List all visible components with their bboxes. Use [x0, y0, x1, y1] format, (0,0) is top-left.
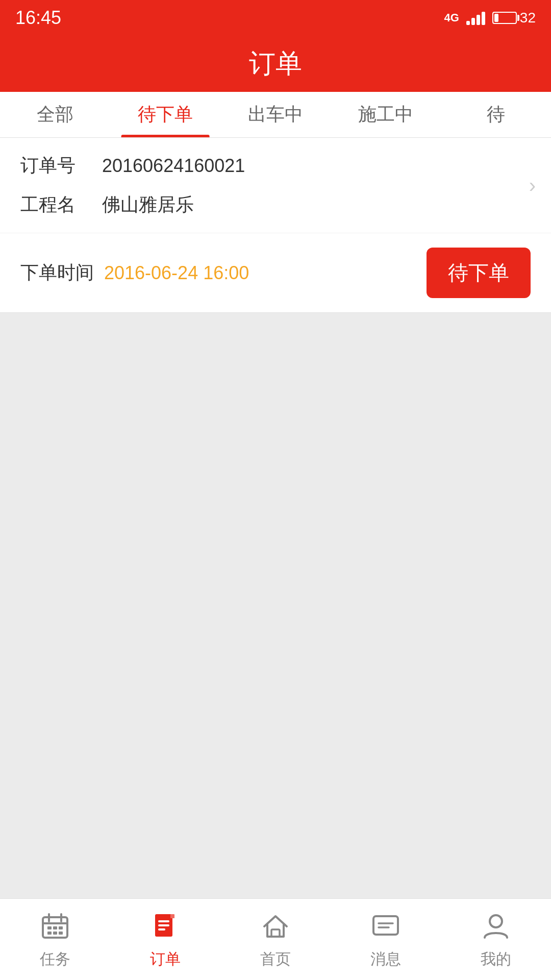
svg-rect-14 — [170, 914, 174, 918]
svg-rect-7 — [47, 932, 52, 935]
calendar-icon — [38, 909, 72, 944]
order-time-label: 下单时间 — [20, 260, 94, 285]
page-header: 订单 — [0, 36, 551, 92]
tab-working[interactable]: 施工中 — [331, 92, 441, 137]
signal-strength-icon — [466, 11, 485, 25]
svg-point-19 — [490, 915, 502, 927]
order-number-value: 20160624160021 — [102, 155, 531, 177]
svg-rect-16 — [373, 916, 398, 935]
order-number-row: 订单号 20160624160021 — [20, 153, 531, 178]
order-number-label: 订单号 — [20, 153, 102, 178]
battery-level: 32 — [520, 10, 536, 26]
order-time-value: 2016-06-24 16:00 — [104, 262, 427, 284]
svg-rect-9 — [59, 932, 63, 935]
tab-all[interactable]: 全部 — [0, 92, 110, 137]
svg-rect-4 — [47, 926, 52, 929]
tab-pending[interactable]: 待下单 — [110, 92, 220, 137]
bottom-nav: 任务 订单 — [0, 898, 551, 980]
message-icon — [368, 909, 403, 944]
nav-item-orders[interactable]: 订单 — [110, 899, 220, 980]
battery-icon: 32 — [492, 10, 536, 26]
tab-dispatched[interactable]: 出车中 — [220, 92, 331, 137]
page-title: 订单 — [249, 46, 302, 82]
order-action-section: 下单时间 2016-06-24 16:00 待下单 — [0, 233, 551, 312]
signal-4g-icon: 4G — [444, 11, 459, 24]
nav-home-label: 首页 — [260, 949, 291, 970]
svg-rect-15 — [271, 929, 280, 937]
nav-item-home[interactable]: 首页 — [220, 899, 331, 980]
order-status-button[interactable]: 待下单 — [427, 248, 531, 298]
svg-rect-13 — [158, 928, 165, 930]
status-icons: 4G 32 — [444, 10, 536, 26]
order-card: 订单号 20160624160021 工程名 佛山雅居乐 › 下单时间 2016… — [0, 138, 551, 313]
document-icon — [148, 909, 183, 944]
nav-messages-label: 消息 — [370, 949, 401, 970]
project-name-value: 佛山雅居乐 — [102, 192, 531, 217]
content-area: 订单号 20160624160021 工程名 佛山雅居乐 › 下单时间 2016… — [0, 138, 551, 980]
nav-item-tasks[interactable]: 任务 — [0, 899, 110, 980]
svg-rect-8 — [53, 932, 57, 935]
order-fields: 订单号 20160624160021 工程名 佛山雅居乐 — [20, 153, 531, 217]
svg-rect-11 — [158, 920, 169, 922]
order-info-section[interactable]: 订单号 20160624160021 工程名 佛山雅居乐 › — [0, 138, 551, 233]
tab-bar: 全部 待下单 出车中 施工中 待 — [0, 92, 551, 138]
person-icon — [479, 909, 513, 944]
svg-rect-12 — [158, 924, 169, 926]
status-bar: 16:45 4G 32 — [0, 0, 551, 36]
svg-rect-5 — [53, 926, 57, 929]
nav-orders-label: 订单 — [150, 949, 181, 970]
nav-profile-label: 我的 — [481, 949, 511, 970]
nav-item-profile[interactable]: 我的 — [441, 899, 551, 980]
project-name-row: 工程名 佛山雅居乐 — [20, 192, 531, 217]
svg-rect-6 — [59, 926, 63, 929]
nav-item-messages[interactable]: 消息 — [331, 899, 441, 980]
chevron-right-icon: › — [529, 174, 536, 197]
home-icon — [258, 909, 293, 944]
nav-tasks-label: 任务 — [40, 949, 70, 970]
status-time: 16:45 — [15, 7, 61, 29]
project-name-label: 工程名 — [20, 192, 102, 217]
tab-waiting[interactable]: 待 — [441, 92, 551, 137]
